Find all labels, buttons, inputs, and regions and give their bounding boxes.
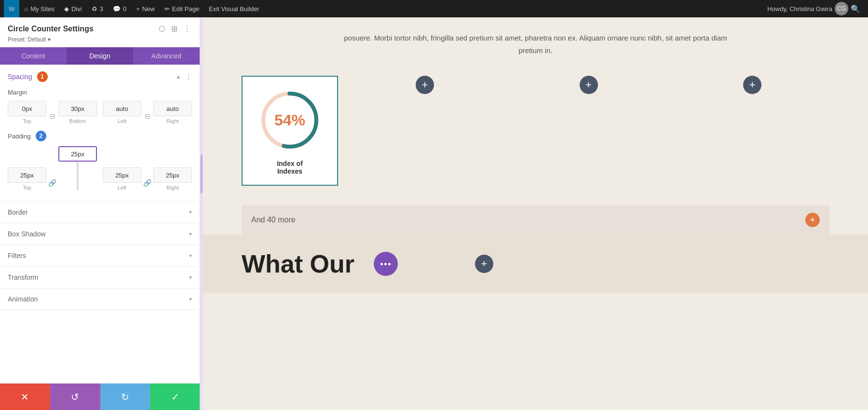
user-avatar[interactable]: CG [835, 2, 848, 15]
add-column-1-button[interactable]: + [416, 76, 434, 94]
padding-left-group: Left [103, 167, 141, 191]
wordpress-icon: W [9, 5, 14, 13]
filters-chevron: ▾ [189, 252, 192, 259]
animation-section: Animation ▾ [0, 288, 200, 310]
animation-section-title: Animation [8, 295, 38, 303]
spacing-section-title: Spacing [8, 73, 32, 81]
my-sites-label: My Sites [30, 5, 54, 13]
circle-counter-card: 54% Index ofIndexes [242, 76, 338, 186]
transform-chevron: ▾ [189, 274, 192, 281]
my-sites-menu[interactable]: ⌂ My Sites [19, 0, 59, 17]
comments-menu[interactable]: 💬 0 [108, 0, 131, 17]
resize-icon[interactable]: ⬡ [158, 23, 166, 34]
padding-link-left-right[interactable]: 🔗 [142, 175, 152, 191]
spacing-section: Spacing 1 ▲ ⋮ Margin Top [0, 65, 200, 202]
add-column-3-button[interactable]: + [743, 76, 761, 94]
margin-bottom-input[interactable] [58, 101, 97, 116]
confirm-button[interactable]: ✓ [150, 383, 200, 410]
padding-inputs: Top 🔗 Left 🔗 [8, 146, 192, 191]
transform-section-title: Transform [8, 273, 38, 281]
panel-content: Spacing 1 ▲ ⋮ Margin Top [0, 65, 200, 410]
dots-menu-button[interactable] [374, 252, 398, 276]
divi-icon: ◆ [64, 5, 69, 13]
what-our-add-button[interactable]: + [475, 255, 493, 273]
margin-right-input[interactable] [153, 101, 192, 116]
padding-link-top-bottom[interactable]: 🔗 [47, 175, 57, 191]
margin-bottom-group: Bottom [58, 101, 97, 124]
cancel-button[interactable]: ✕ [0, 383, 50, 410]
panel-title-icons: ⬡ ⊞ ⋮ [158, 23, 192, 34]
comments-icon: 💬 [113, 5, 121, 13]
dot-3 [388, 263, 391, 265]
comments-count: 0 [123, 5, 126, 13]
padding-right-label: Right [166, 185, 179, 191]
padding-bottom-input[interactable] [58, 146, 97, 162]
filters-section-header[interactable]: Filters ▾ [0, 245, 200, 266]
more-bar-add-button[interactable]: + [805, 213, 820, 227]
edit-icon: ✏ [164, 5, 170, 13]
edit-page-label: Edit Page [172, 5, 199, 13]
updates-menu[interactable]: ♻ 3 [87, 0, 108, 17]
body-text: posuere. Morbi tortor nibh, fringilla se… [319, 17, 753, 76]
panel-tabs: Content Design Advanced [0, 47, 200, 65]
admin-search-icon[interactable]: 🔍 [851, 4, 860, 14]
new-menu[interactable]: + New [131, 0, 160, 17]
border-section-header[interactable]: Border ▾ [0, 202, 200, 223]
circle-container: 54% [256, 86, 324, 154]
spacing-chevron-up: ▲ [176, 73, 181, 80]
right-content-area: posuere. Morbi tortor nibh, fringilla se… [203, 17, 868, 410]
redo-button[interactable]: ↻ [100, 383, 150, 410]
margin-link-left-right[interactable]: ⊟ [142, 109, 152, 124]
add-btn-1-container: + [348, 76, 502, 94]
padding-bottom-group [58, 146, 97, 191]
border-chevron: ▾ [189, 209, 192, 216]
plus-icon: + [136, 5, 140, 13]
tab-content[interactable]: Content [0, 47, 67, 65]
divi-label: Divi [71, 5, 82, 13]
animation-section-header[interactable]: Animation ▾ [0, 288, 200, 310]
spacing-section-header[interactable]: Spacing 1 ▲ ⋮ [0, 65, 200, 89]
preset-label[interactable]: Preset: Default [8, 36, 51, 43]
add-btn-3-container: + [675, 76, 829, 94]
margin-left-label: Left [118, 118, 126, 124]
howdy-text: Howdy, Christina Gwira [767, 5, 832, 13]
admin-bar-right: Howdy, Christina Gwira CG 🔍 [767, 2, 864, 15]
margin-left-input[interactable] [103, 101, 141, 116]
margin-bottom-label: Bottom [69, 118, 86, 124]
more-options-icon[interactable]: ⋮ [182, 23, 192, 34]
box-shadow-chevron: ▾ [189, 231, 192, 237]
new-label: New [142, 5, 155, 13]
undo-button[interactable]: ↺ [50, 383, 100, 410]
updates-count: 3 [100, 5, 103, 13]
panel-title: Circle Counter Settings [8, 25, 94, 33]
padding-top-group: Top [8, 167, 46, 191]
exit-visual-builder-button[interactable]: Exit Visual Builder [204, 0, 264, 17]
circle-percentage: 54% [274, 111, 305, 129]
add-column-2-button[interactable]: + [580, 76, 598, 94]
margin-top-input[interactable] [8, 101, 46, 116]
margin-label: Margin [8, 89, 192, 96]
updates-icon: ♻ [92, 5, 97, 13]
margin-right-group: Right [153, 101, 192, 124]
tab-advanced[interactable]: Advanced [133, 47, 200, 65]
transform-section: Transform ▾ [0, 267, 200, 288]
wp-logo[interactable]: W [4, 0, 19, 17]
edit-page-button[interactable]: ✏ Edit Page [160, 0, 204, 17]
margin-link-top-bottom[interactable]: ⊟ [47, 109, 57, 124]
more-bar-text: And 40 more [251, 216, 296, 224]
house-icon: ⌂ [24, 5, 28, 13]
spacing-content: Margin Top ⊟ Bottom [0, 89, 200, 201]
padding-top-input[interactable] [8, 167, 46, 183]
spacing-options-icon[interactable]: ⋮ [185, 73, 192, 81]
animation-chevron: ▾ [189, 296, 192, 302]
box-shadow-section-header[interactable]: Box Shadow ▾ [0, 223, 200, 245]
columns-icon[interactable]: ⊞ [170, 23, 178, 34]
margin-left-group: Left [103, 101, 141, 124]
card-label: Index ofIndexes [277, 160, 303, 175]
padding-right-input[interactable] [153, 167, 192, 183]
padding-left-input[interactable] [103, 167, 141, 183]
tab-design[interactable]: Design [67, 47, 133, 65]
transform-section-header[interactable]: Transform ▾ [0, 267, 200, 288]
panel-scrollbar-thumb [201, 155, 203, 193]
divi-menu[interactable]: ◆ Divi [59, 0, 87, 17]
